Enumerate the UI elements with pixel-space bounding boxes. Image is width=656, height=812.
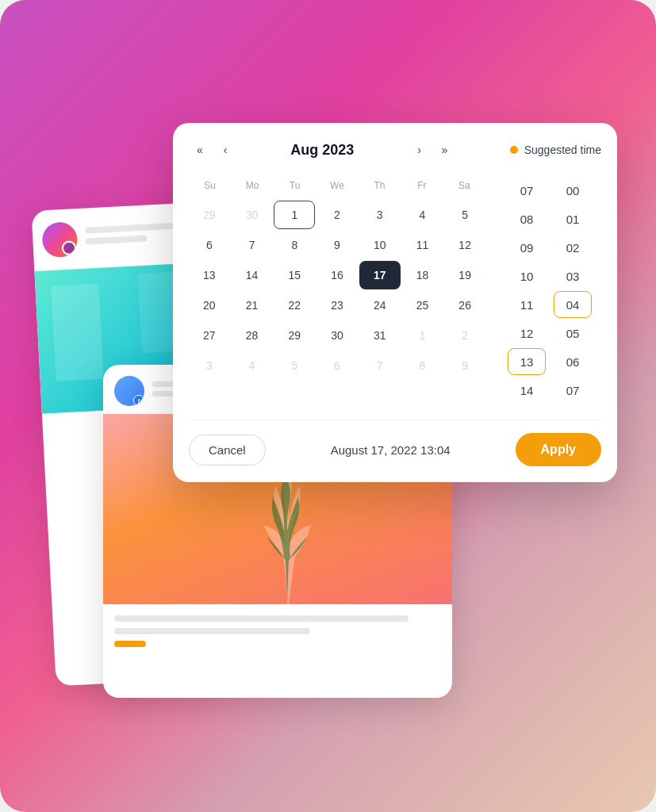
calendar-day[interactable]: 28: [232, 321, 273, 350]
avatar: [41, 221, 78, 258]
weekday-we: We: [316, 177, 358, 194]
hour-item[interactable]: 12: [508, 320, 546, 347]
hour-item[interactable]: 10: [508, 262, 546, 289]
calendar-day[interactable]: 8: [274, 231, 315, 259]
calendar-day[interactable]: 10: [359, 231, 401, 259]
weekday-mo: Mo: [231, 177, 273, 194]
prev-month-button[interactable]: ‹: [214, 139, 236, 161]
calendar-day[interactable]: 30: [316, 321, 358, 350]
weekday-tu: Tu: [274, 177, 316, 194]
calendar-day[interactable]: 3: [189, 351, 230, 380]
minutes-column: 0001020304050607: [553, 177, 593, 404]
weekday-sa: Sa: [443, 177, 485, 194]
calendar-day[interactable]: 9: [316, 231, 358, 259]
calendar-day[interactable]: 5: [444, 201, 485, 229]
minute-item[interactable]: 01: [554, 205, 592, 232]
footer-bar-2: [114, 628, 310, 634]
calendar-day[interactable]: 27: [189, 321, 230, 350]
hour-item[interactable]: 08: [508, 205, 546, 232]
calendar-header: « ‹ Aug 2023 › » Suggested time: [189, 139, 601, 164]
calendar-day[interactable]: 4: [232, 351, 273, 380]
next-month-button[interactable]: ›: [408, 139, 430, 161]
card-footer: [103, 604, 452, 658]
calendar-dialog: « ‹ Aug 2023 › » Suggested time Su Mo Tu: [173, 123, 617, 482]
calendar-day[interactable]: 29: [274, 321, 315, 350]
calendar-body: Su Mo Tu We Th Fr Sa 2930123456789101112…: [189, 177, 601, 404]
minute-item[interactable]: 00: [554, 177, 592, 204]
calendar-day[interactable]: 1: [274, 201, 315, 229]
calendar-day[interactable]: 22: [274, 291, 315, 320]
hours-column: 0708091011121314: [507, 177, 547, 404]
calendar-day[interactable]: 23: [316, 291, 358, 320]
calendar-day[interactable]: 14: [232, 261, 273, 289]
nav-next-group: › »: [408, 139, 455, 161]
next-year-button[interactable]: »: [433, 139, 455, 161]
hour-item[interactable]: 13: [508, 348, 546, 375]
minute-item[interactable]: 02: [554, 234, 592, 261]
calendar-days: 2930123456789101112131415161718192021222…: [189, 201, 485, 380]
calendar-day[interactable]: 26: [444, 291, 485, 320]
minute-item[interactable]: 05: [554, 320, 592, 347]
calendar-day[interactable]: 2: [316, 201, 358, 229]
calendar-day[interactable]: 25: [402, 291, 443, 320]
minute-item[interactable]: 07: [554, 377, 592, 404]
calendar-grid-section: Su Mo Tu We Th Fr Sa 2930123456789101112…: [189, 177, 485, 404]
calendar-day[interactable]: 31: [359, 321, 401, 350]
minute-item[interactable]: 06: [554, 348, 592, 375]
calendar-day[interactable]: 20: [189, 291, 230, 320]
calendar-day[interactable]: 8: [402, 351, 443, 380]
calendar-day[interactable]: 11: [402, 231, 443, 259]
hour-item[interactable]: 11: [508, 291, 546, 318]
app-container: f « ‹ Aug 2023: [0, 0, 656, 812]
calendar-day[interactable]: 13: [189, 261, 230, 289]
calendar-day[interactable]: 6: [189, 231, 230, 259]
calendar-day[interactable]: 17: [359, 261, 401, 289]
hour-item[interactable]: 14: [508, 377, 546, 404]
calendar-day[interactable]: 1: [402, 321, 443, 350]
cancel-button[interactable]: Cancel: [189, 435, 266, 465]
hour-item[interactable]: 07: [508, 177, 546, 204]
calendar-day[interactable]: 7: [232, 231, 273, 259]
calendar-day[interactable]: 5: [274, 351, 315, 380]
calendar-day[interactable]: 2: [444, 321, 485, 350]
calendar-day[interactable]: 16: [316, 261, 358, 289]
calendar-day[interactable]: 3: [359, 201, 401, 229]
facebook-badge: f: [133, 395, 144, 406]
calendar-day[interactable]: 29: [189, 201, 230, 229]
time-picker: 0708091011121314 0001020304050607: [498, 177, 601, 404]
footer-bar-1: [114, 615, 409, 622]
weekday-su: Su: [189, 177, 231, 194]
calendar-day[interactable]: 4: [402, 201, 443, 229]
card-line-1: [85, 223, 175, 234]
month-title: Aug 2023: [290, 142, 354, 159]
yellow-pill: [114, 641, 146, 647]
card-line-2: [85, 236, 147, 245]
calendar-day[interactable]: 21: [232, 291, 273, 320]
calendar-day[interactable]: 9: [444, 351, 485, 380]
calendar-footer: Cancel August 17, 2022 13:04 Apply: [189, 419, 601, 466]
calendar-day[interactable]: 30: [232, 201, 273, 229]
minute-item[interactable]: 04: [554, 291, 592, 318]
calendar-day[interactable]: 19: [444, 261, 485, 289]
suggested-dot: [510, 146, 518, 154]
calendar-weekdays: Su Mo Tu We Th Fr Sa: [189, 177, 485, 194]
suggested-time: Suggested time: [510, 144, 601, 156]
weekday-fr: Fr: [401, 177, 443, 194]
nav-prev-group: « ‹: [189, 139, 236, 161]
calendar-day[interactable]: 24: [359, 291, 401, 320]
suggested-time-label: Suggested time: [524, 144, 601, 156]
weekday-th: Th: [359, 177, 401, 194]
selected-datetime: August 17, 2022 13:04: [331, 443, 451, 457]
calendar-day[interactable]: 6: [316, 351, 358, 380]
prev-year-button[interactable]: «: [189, 139, 211, 161]
calendar-day[interactable]: 15: [274, 261, 315, 289]
apply-button[interactable]: Apply: [516, 433, 601, 466]
avatar-small: f: [114, 376, 144, 406]
minute-item[interactable]: 03: [554, 262, 592, 289]
time-columns: 0708091011121314 0001020304050607: [498, 177, 601, 404]
calendar-day[interactable]: 18: [402, 261, 443, 289]
calendar-day[interactable]: 7: [359, 351, 401, 380]
calendar-day[interactable]: 12: [444, 231, 485, 259]
hour-item[interactable]: 09: [508, 234, 546, 261]
